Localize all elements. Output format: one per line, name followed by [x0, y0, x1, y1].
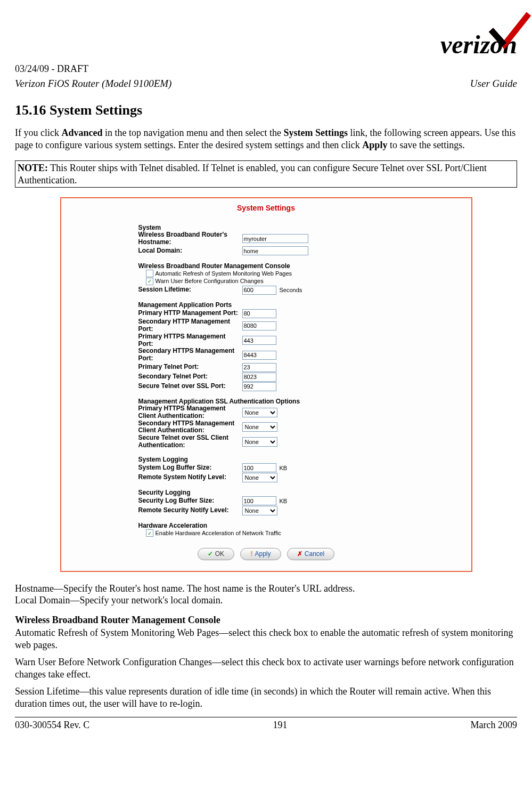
- seclog-notify-label: Remote Security Notify Level:: [138, 507, 242, 514]
- group-seclog: Security Logging: [138, 489, 421, 496]
- model-text: Verizon FiOS Router (Model 9100EM): [15, 78, 171, 90]
- p-https-auth-select[interactable]: None: [242, 408, 277, 417]
- screenshot-wrap: System Settings System Wireless Broadban…: [15, 197, 517, 572]
- intro-t4: to save the settings.: [387, 140, 464, 150]
- check-icon: ✓: [208, 550, 213, 558]
- syslog-notify-label: Remote System Notify Level:: [138, 474, 242, 481]
- note-label: NOTE:: [18, 163, 48, 173]
- hostname-text: Specify the Router's host name. The host…: [63, 583, 355, 594]
- cancel-label: Cancel: [305, 550, 324, 558]
- panel-title: System Settings: [61, 198, 471, 220]
- s-https-label: Secondary HTTPS Management Port:: [138, 348, 242, 362]
- warn-term: Warn User Before Network Configuration C…: [15, 657, 222, 667]
- p-http-input[interactable]: [242, 309, 276, 318]
- s-https-auth-select[interactable]: None: [242, 422, 277, 432]
- group-mgmt-console: Wireless Broadband Router Management Con…: [138, 262, 421, 270]
- ok-button[interactable]: ✓OK: [198, 548, 234, 560]
- apply-button[interactable]: !Apply: [240, 548, 281, 560]
- hostname-desc: Hostname—Specify the Router's host name.…: [15, 583, 517, 607]
- x-icon: ✗: [297, 550, 302, 558]
- intro-t1: If you click: [15, 127, 61, 138]
- syslog-buf-input[interactable]: [242, 463, 276, 472]
- syslog-buf-label: System Log Buffer Size:: [138, 464, 242, 472]
- hw-accel-checkbox[interactable]: ✓: [146, 529, 153, 537]
- session-lifetime-input[interactable]: [242, 286, 276, 295]
- system-settings-panel: System Settings System Wireless Broadban…: [60, 197, 472, 572]
- seclog-buf-label: Security Log Buffer Size:: [138, 497, 242, 505]
- description-block: Hostname—Specify the Router's host name.…: [15, 583, 517, 710]
- hostname-label: Wireless Broadband Router's Hostname:: [138, 231, 242, 246]
- cancel-button[interactable]: ✗Cancel: [287, 548, 334, 560]
- s-http-input[interactable]: [242, 321, 276, 330]
- intro-b2: System Settings: [283, 127, 348, 138]
- button-row: ✓OK !Apply ✗Cancel: [61, 548, 471, 560]
- syslog-buf-unit: KB: [280, 465, 288, 472]
- mgmt-console-subhead: Wireless Broadband Router Management Con…: [15, 614, 517, 626]
- session-term: Session Lifetime—: [15, 686, 89, 697]
- s-https-auth-label: Secondary HTTPS Management Client Authen…: [138, 420, 242, 435]
- ok-label: OK: [215, 550, 224, 558]
- p-https-auth-label: Primary HTTPS Management Client Authenti…: [138, 405, 242, 420]
- localdomain-input[interactable]: [242, 246, 308, 255]
- note-box: NOTE: This Router ships with Telnet disa…: [15, 160, 517, 188]
- hw-accel-text: Enable Hardware Acceleration of Network …: [155, 529, 281, 537]
- footer: 030-300554 Rev. C 191 March 2009: [15, 717, 517, 731]
- p-telnet-label: Primary Telnet Port:: [138, 364, 242, 371]
- intro-b3: Apply: [362, 140, 387, 150]
- p-https-input[interactable]: [242, 336, 276, 345]
- apply-label: Apply: [255, 550, 271, 558]
- logo-area: verizon: [15, 11, 517, 59]
- s-https-input[interactable]: [242, 351, 276, 360]
- session-lifetime-desc: Session Lifetime—this value represents d…: [15, 685, 517, 709]
- intro-paragraph: If you click Advanced in the top navigat…: [15, 127, 517, 151]
- auto-refresh-text: Automatic Refresh of System Monitoring W…: [155, 270, 292, 278]
- group-hw: Hardware Acceleration: [138, 522, 421, 529]
- auto-term: Automatic Refresh of System Monitoring W…: [15, 627, 228, 638]
- group-system: System: [138, 224, 421, 231]
- intro-t2: in the top navigation menu and then sele…: [102, 127, 283, 138]
- form-area: System Wireless Broadband Router's Hostn…: [138, 224, 421, 537]
- seclog-buf-input[interactable]: [242, 496, 276, 505]
- exclaim-icon: !: [250, 550, 252, 558]
- warn-user-checkbox[interactable]: ✓: [146, 278, 153, 285]
- s-telnet-input[interactable]: [242, 373, 276, 382]
- hostname-input[interactable]: [242, 234, 308, 243]
- localdomain-text: Local Domain—Specify your network's loca…: [15, 595, 223, 606]
- warn-user-desc: Warn User Before Network Configuration C…: [15, 656, 517, 680]
- note-text: This Router ships with Telnet disabled. …: [18, 163, 487, 185]
- ssl-telnet-input[interactable]: [242, 382, 276, 391]
- session-lifetime-label: Session Lifetime:: [138, 286, 242, 294]
- seclog-notify-select[interactable]: None: [242, 506, 277, 515]
- footer-left: 030-300554 Rev. C: [15, 720, 89, 731]
- intro-b1: Advanced: [61, 127, 102, 138]
- verizon-logo: verizon: [440, 11, 517, 59]
- group-ports: Management Application Ports: [138, 301, 421, 309]
- auto-refresh-checkbox[interactable]: [146, 270, 153, 277]
- telnet-ssl-auth-select[interactable]: None: [242, 437, 277, 447]
- footer-right: March 2009: [471, 720, 517, 731]
- section-title: 15.16 System Settings: [15, 102, 517, 118]
- warn-user-text: Warn User Before Configuration Changes: [155, 277, 264, 285]
- localdomain-label: Local Domain:: [138, 247, 242, 255]
- p-http-label: Primary HTTP Management Port:: [138, 310, 242, 317]
- ssl-telnet-label: Secure Telnet over SSL Port:: [138, 383, 242, 390]
- hostname-term: Hostname—: [15, 583, 63, 594]
- model-row: Verizon FiOS Router (Model 9100EM) User …: [15, 78, 517, 90]
- draft-line: 03/24/09 - DRAFT: [15, 63, 517, 75]
- s-http-label: Secondary HTTP Management Port:: [138, 318, 242, 333]
- session-unit: Seconds: [280, 287, 302, 294]
- p-telnet-input[interactable]: [242, 363, 276, 372]
- telnet-ssl-auth-label: Secure Telnet over SSL Client Authentica…: [138, 434, 242, 449]
- group-syslog: System Logging: [138, 456, 421, 463]
- s-telnet-label: Secondary Telnet Port:: [138, 373, 242, 381]
- verizon-check-icon: [488, 11, 531, 49]
- group-ssl-auth: Management Application SSL Authenticatio…: [138, 398, 421, 405]
- footer-page: 191: [273, 720, 287, 731]
- auto-refresh-desc: Automatic Refresh of System Monitoring W…: [15, 627, 517, 651]
- guide-text: User Guide: [470, 78, 517, 90]
- p-https-label: Primary HTTPS Management Port:: [138, 333, 242, 348]
- syslog-notify-select[interactable]: None: [242, 473, 277, 482]
- seclog-buf-unit: KB: [280, 498, 288, 505]
